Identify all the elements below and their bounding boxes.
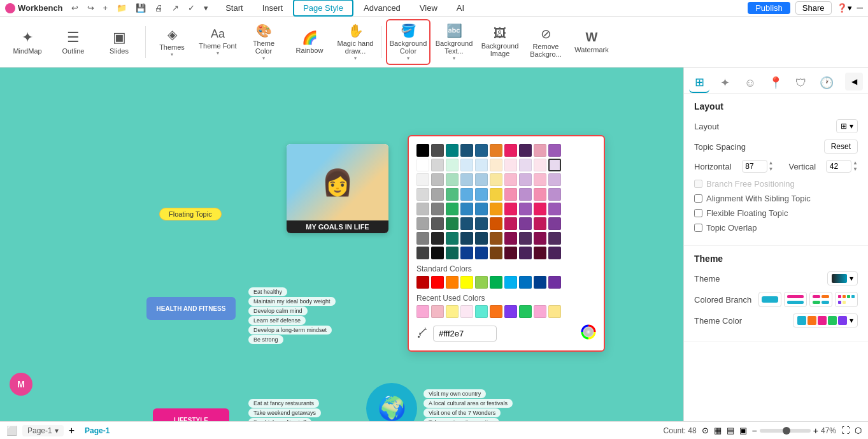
tool-watermark[interactable]: W Watermark [569, 19, 614, 65]
color-cell-3-6[interactable] [504, 188, 517, 201]
undo-button[interactable]: ↩ [68, 2, 82, 14]
color-cell-1-6[interactable] [504, 159, 517, 171]
color-cell-6-3[interactable] [460, 232, 473, 245]
share-button[interactable]: Share [795, 1, 832, 15]
more-button[interactable]: ▾ [201, 2, 211, 14]
color-cell-0-4[interactable] [475, 144, 488, 157]
sub-travel-4[interactable]: Take a university vacation [423, 418, 499, 421]
cb-opt-2[interactable] [784, 292, 807, 307]
color-cell-6-8[interactable] [534, 232, 546, 245]
tool-outline[interactable]: ☰ Outline [51, 19, 96, 65]
std-color-9[interactable] [548, 276, 561, 289]
help-button[interactable]: ❓▾ [837, 3, 852, 13]
tab-insert[interactable]: Insert [253, 1, 292, 15]
vertical-input[interactable] [826, 160, 851, 173]
panel-view-button[interactable]: ▣ [739, 426, 747, 435]
floating-topic[interactable]: Floating Topic [159, 208, 222, 220]
color-cell-5-0[interactable] [416, 217, 429, 230]
color-cell-7-6[interactable] [504, 247, 517, 259]
vertical-spinbox[interactable]: ▲▼ [826, 160, 858, 173]
color-cell-6-9[interactable] [548, 232, 561, 245]
color-cell-6-7[interactable] [519, 232, 532, 245]
color-cell-7-0[interactable] [416, 247, 429, 259]
sub-item-mindset[interactable]: Develop a long-term mindset [248, 326, 332, 335]
image-card[interactable]: 👩 MY GOALS IN LIFE [287, 144, 388, 233]
color-cell-2-6[interactable] [504, 173, 517, 186]
color-cell-4-8[interactable] [534, 203, 546, 215]
color-cell-5-4[interactable] [475, 217, 488, 230]
tool-bg-text[interactable]: 🔤 Background Text... ▾ [432, 19, 476, 65]
grid-view-button[interactable]: ▦ [714, 426, 722, 435]
cb-opt-4[interactable] [835, 292, 858, 307]
std-color-5[interactable] [490, 276, 502, 289]
sub-travel-3[interactable]: Visit one of the 7 Wonders [423, 408, 501, 417]
panel-tab-shield[interactable]: 🛡 [791, 73, 811, 93]
color-cell-2-3[interactable] [460, 173, 473, 186]
horizontal-input[interactable] [742, 160, 767, 173]
color-cell-7-3[interactable] [460, 247, 473, 259]
color-cell-2-1[interactable] [431, 173, 444, 186]
color-cell-5-1[interactable] [431, 217, 444, 230]
color-cell-1-0[interactable] [416, 159, 429, 171]
color-cell-0-3[interactable] [460, 144, 473, 157]
tool-mindmap[interactable]: ✦ MindMap [5, 19, 50, 65]
tab-start[interactable]: Start [217, 1, 252, 15]
alignment-checkbox[interactable] [694, 194, 702, 203]
topic-overlap-checkbox[interactable] [694, 224, 702, 232]
tab-ai[interactable]: AI [448, 1, 473, 15]
tool-theme-color[interactable]: 🎨 Theme Color ▾ [241, 19, 286, 65]
theme-color-select[interactable]: ▾ [793, 313, 858, 327]
color-cell-0-2[interactable] [446, 144, 459, 157]
color-cell-3-4[interactable] [475, 188, 488, 201]
hex-input[interactable] [433, 326, 497, 342]
recent-color-0[interactable] [416, 305, 429, 318]
save-button[interactable]: 💾 [132, 2, 149, 14]
tool-bg-color[interactable]: 🪣 Background Color ▾ [386, 19, 430, 65]
tab-advanced[interactable]: Advanced [355, 1, 409, 15]
color-cell-6-6[interactable] [504, 232, 517, 245]
recent-color-5[interactable] [490, 305, 502, 318]
branch-free-checkbox[interactable] [694, 180, 702, 188]
v-up-arrow[interactable]: ▲ [853, 160, 858, 166]
lifestyle-node[interactable]: LIFESTYLE [153, 408, 229, 421]
cb-opt-3[interactable] [809, 292, 832, 307]
sidebar-toggle-button[interactable]: ⬜ [6, 426, 17, 436]
add-page-button[interactable]: + [69, 425, 75, 436]
color-cell-6-5[interactable] [490, 232, 502, 245]
redo-button[interactable]: ↪ [84, 2, 97, 14]
fit-button[interactable]: ⊙ [702, 426, 709, 435]
color-cell-0-1[interactable] [431, 144, 444, 157]
color-cell-3-7[interactable] [519, 188, 532, 201]
color-cell-2-8[interactable] [534, 173, 546, 186]
std-color-2[interactable] [446, 276, 459, 289]
color-cell-6-1[interactable] [431, 232, 444, 245]
color-cell-2-4[interactable] [475, 173, 488, 186]
zoom-slider[interactable] [760, 429, 811, 433]
health-node[interactable]: HEALTH AND FITNESS [146, 297, 236, 320]
std-color-0[interactable] [416, 276, 429, 289]
cb-opt-1[interactable] [758, 292, 781, 307]
color-cell-3-9[interactable] [548, 188, 561, 201]
color-cell-1-3[interactable] [460, 159, 473, 171]
expand-button[interactable]: ⬡ [855, 426, 862, 435]
color-cell-7-5[interactable] [490, 247, 502, 259]
tool-magic-hand[interactable]: ✋ Magic hand draw... ▾ [333, 19, 378, 65]
eyedropper-button[interactable] [416, 327, 428, 341]
color-cell-5-2[interactable] [446, 217, 459, 230]
sub-item-mind[interactable]: Develop calm mind [248, 306, 308, 315]
color-cell-3-2[interactable] [446, 188, 459, 201]
open-button[interactable]: 📁 [113, 2, 130, 14]
color-cell-5-5[interactable] [490, 217, 502, 230]
zoom-in-button[interactable]: + [813, 426, 818, 436]
color-cell-2-9[interactable] [548, 173, 561, 186]
color-cell-2-2[interactable] [446, 173, 459, 186]
color-cell-3-5[interactable] [490, 188, 502, 201]
new-button[interactable]: + [100, 2, 111, 14]
sub-lifestyle-3[interactable]: Buy high quality stuff [248, 418, 311, 421]
color-cell-3-0[interactable] [416, 188, 429, 201]
color-cell-4-6[interactable] [504, 203, 517, 215]
color-cell-1-5[interactable] [490, 159, 502, 171]
tool-rainbow[interactable]: 🌈 Rainbow [287, 19, 332, 65]
recent-color-9[interactable] [548, 305, 561, 318]
color-cell-7-2[interactable] [446, 247, 459, 259]
